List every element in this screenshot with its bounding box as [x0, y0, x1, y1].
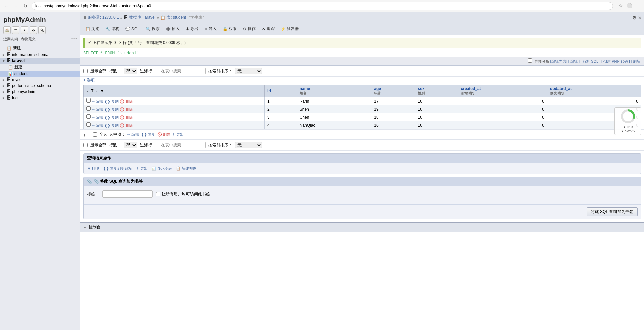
th-id[interactable]: id: [265, 85, 297, 97]
tab-privileges[interactable]: 🔒 权限: [220, 25, 239, 33]
sql-icon-btn[interactable]: 🗃: [12, 26, 19, 34]
sidebar-item-mysql[interactable]: ► 🗄 mysql: [0, 77, 80, 83]
star-icon[interactable]: ☆: [619, 3, 625, 9]
th-id-link[interactable]: id: [267, 89, 271, 93]
row-delete-btn-1[interactable]: 🚫 删除: [120, 107, 133, 112]
th-sex-link[interactable]: sex: [418, 86, 425, 91]
th-updated-at[interactable]: updated_at 修改时间: [547, 85, 641, 97]
bottom-copy-btn[interactable]: ❰❱ 复制: [141, 132, 155, 137]
row-count-select[interactable]: 25: [124, 68, 137, 74]
th-dropdown-icon[interactable]: ▼: [100, 89, 104, 93]
th-created-at[interactable]: created_at 新增时间: [458, 85, 547, 97]
tab-triggers[interactable]: ⚡ 触发器: [278, 25, 302, 33]
sidebar-item-performance-schema[interactable]: ► 🗄 performance_schema: [0, 83, 80, 89]
home-icon-btn[interactable]: 🏠: [3, 26, 11, 34]
sidebar-item-new-top[interactable]: 📋 新建: [0, 45, 80, 52]
bookmark-submit-btn[interactable]: 将此 SQL 查询加为书签: [587, 207, 638, 216]
sidebar-item-student[interactable]: 📊 student: [0, 71, 80, 77]
show-all-checkbox-bottom[interactable]: [83, 143, 88, 147]
console-expand-icon[interactable]: ▲: [83, 225, 87, 229]
row-delete-btn-0[interactable]: 🚫 删除: [120, 99, 133, 104]
print-btn[interactable]: 🖨 打印: [87, 166, 99, 171]
bookmark-public-label[interactable]: 让所有用户均可访问此书签: [156, 191, 210, 197]
account-icon[interactable]: ⚪: [627, 3, 633, 9]
row-checkbox-0[interactable]: [86, 98, 91, 103]
tab-operations[interactable]: ⚙ 操作: [240, 25, 258, 33]
create-php-link[interactable]: [ 创建 PHP 代码 ]: [601, 59, 630, 63]
expand-toggle-icon[interactable]: ⇠⇢: [71, 37, 77, 42]
tab-export[interactable]: ⬇ 导出: [183, 25, 201, 33]
th-created-link[interactable]: created_at: [461, 86, 481, 91]
edit-internal-link[interactable]: [编辑内嵌]: [550, 59, 567, 63]
row-delete-btn-3[interactable]: 🚫 删除: [120, 123, 133, 128]
back-to-top-icon[interactable]: ↑: [83, 132, 86, 137]
copy-clipboard-btn[interactable]: ❰❱ 复制到剪贴板: [103, 166, 132, 171]
sidebar-item-phpmyadmin[interactable]: ► 🗄 phpmyadmin: [0, 89, 80, 95]
row-copy-btn-2[interactable]: ❰❱ 复制: [104, 115, 119, 120]
show-all-checkbox[interactable]: [83, 69, 88, 73]
tab-search[interactable]: 🔍 搜索: [143, 25, 162, 33]
select-all-checkbox-bottom[interactable]: [93, 132, 97, 137]
tab-sql[interactable]: 💬 SQL: [123, 25, 142, 33]
tab-import[interactable]: ⬆ 导入: [202, 25, 219, 33]
row-edit-btn-3[interactable]: ✏ 编辑: [92, 123, 103, 128]
row-count-select-bottom[interactable]: 25: [124, 142, 137, 148]
sidebar-item-test[interactable]: ► 🗄 test: [0, 95, 80, 101]
bookmark-input[interactable]: [102, 190, 153, 198]
sort-right-icon[interactable]: →: [94, 89, 98, 93]
row-copy-btn-1[interactable]: ❰❱ 复制: [104, 107, 119, 112]
sidebar-item-laravel[interactable]: ▼ 🗄 laravel: [0, 58, 80, 64]
th-name[interactable]: name 姓名: [297, 85, 371, 97]
ops-export-btn[interactable]: ⬇ 导出: [136, 166, 148, 171]
row-edit-btn-1[interactable]: ✏ 编辑: [92, 107, 103, 112]
settings-gear-icon[interactable]: ⚙: [632, 15, 637, 20]
tab-tracking[interactable]: 👁 追踪: [259, 25, 277, 33]
breadcrumb-server[interactable]: 服务器: 127.0.0.1: [88, 15, 119, 20]
sidebar-item-information-schema[interactable]: ► 🗄 information_schema: [0, 52, 80, 58]
tab-structure[interactable]: 🔧 结构: [103, 25, 122, 33]
edit-link[interactable]: [ 编辑 ]: [568, 59, 580, 63]
back-button[interactable]: ←: [3, 3, 10, 9]
th-age[interactable]: age 年龄: [371, 85, 415, 97]
th-age-link[interactable]: age: [374, 86, 381, 91]
filter-input-top[interactable]: [159, 68, 206, 74]
breadcrumb-database[interactable]: 数据库: laravel: [129, 15, 155, 20]
row-edit-btn-0[interactable]: ✏ 编辑: [92, 99, 103, 104]
sidebar-item-laravel-new[interactable]: 📋 新建: [0, 64, 80, 71]
chart-btn[interactable]: 📊 显示图表: [152, 166, 172, 171]
tab-insert[interactable]: ➕ 插入: [163, 25, 182, 33]
sort-select-bottom[interactable]: 无: [235, 142, 262, 148]
bottom-edit-btn[interactable]: ✏ 编辑: [127, 132, 139, 137]
row-checkbox-2[interactable]: [86, 114, 91, 119]
bottom-export-btn[interactable]: ⬇ 导出: [172, 132, 184, 137]
favorites-link[interactable]: 表收藏夹: [21, 37, 36, 42]
th-updated-link[interactable]: updated_at: [550, 86, 572, 91]
row-delete-btn-2[interactable]: 🚫 删除: [120, 115, 133, 120]
recent-link[interactable]: 近期访问: [3, 37, 18, 42]
th-sex[interactable]: sex 性别: [415, 85, 458, 97]
parse-sql-link[interactable]: [ 解析 SQL ]: [581, 59, 600, 63]
url-bar[interactable]: [32, 2, 613, 10]
row-copy-btn-0[interactable]: ❰❱ 复制: [104, 99, 119, 104]
settings-icon-btn[interactable]: ⚙: [30, 26, 37, 34]
th-sort-arrows[interactable]: T: [91, 89, 93, 93]
row-edit-btn-2[interactable]: ✏ 编辑: [92, 115, 103, 120]
refresh-link[interactable]: [ 刷新]: [631, 59, 641, 63]
bottom-delete-btn[interactable]: 🚫 删除: [157, 132, 170, 137]
tab-browse[interactable]: 📋 浏览: [83, 25, 102, 33]
th-name-link[interactable]: name: [300, 86, 310, 91]
row-checkbox-1[interactable]: [86, 106, 91, 111]
analysis-checkbox[interactable]: [528, 58, 532, 63]
menu-icon[interactable]: ⋮: [635, 3, 641, 9]
breadcrumb-table[interactable]: 表: student: [167, 15, 186, 20]
info-icon-btn[interactable]: ℹ: [21, 26, 28, 34]
filter-input-bottom[interactable]: [159, 142, 206, 148]
sort-left-icon[interactable]: ←: [86, 89, 90, 93]
new-view-btn[interactable]: 📋 新建视图: [176, 166, 197, 171]
close-icon[interactable]: ✕: [638, 15, 642, 20]
sort-select-top[interactable]: 无: [235, 68, 262, 74]
bookmark-public-checkbox[interactable]: [156, 192, 160, 196]
row-checkbox-3[interactable]: [86, 122, 91, 127]
forward-button[interactable]: →: [13, 3, 19, 9]
options-link[interactable]: + 选项: [83, 78, 95, 82]
